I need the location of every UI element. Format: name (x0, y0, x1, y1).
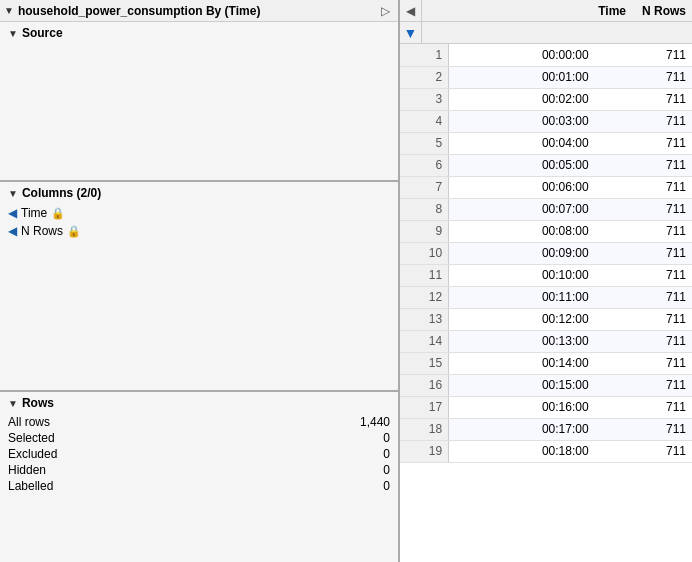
time-value: 00:09:00 (449, 242, 595, 264)
source-section: ▼ Source (0, 22, 398, 182)
nrows-sort-icon: ◀ (8, 224, 17, 238)
row-number: 14 (400, 330, 449, 352)
nrows-value: 711 (595, 132, 692, 154)
nrows-column-label: N Rows (21, 224, 63, 238)
row-number: 2 (400, 66, 449, 88)
nrows-value: 711 (595, 220, 692, 242)
nrows-value: 711 (595, 44, 692, 66)
rows-stat-name: All rows (8, 414, 246, 430)
nrows-col-header: N Rows (632, 4, 692, 18)
rows-stat-item: Excluded0 (8, 446, 390, 462)
nrows-value: 711 (595, 176, 692, 198)
row-number: 4 (400, 110, 449, 132)
time-value: 00:08:00 (449, 220, 595, 242)
time-value: 00:05:00 (449, 154, 595, 176)
time-value: 00:00:00 (449, 44, 595, 66)
column-nrows: ◀ N Rows 🔒 (8, 222, 390, 240)
nrows-value: 711 (595, 396, 692, 418)
nrows-value: 711 (595, 198, 692, 220)
left-arrow-btn[interactable]: ◀ (400, 0, 422, 21)
table-row: 800:07:00711 (400, 198, 692, 220)
row-number: 16 (400, 374, 449, 396)
row-number: 19 (400, 440, 449, 462)
time-value: 00:02:00 (449, 88, 595, 110)
column-time: ◀ Time 🔒 (8, 204, 390, 222)
time-value: 00:01:00 (449, 66, 595, 88)
expand-arrow[interactable]: ▷ (377, 4, 394, 18)
table-row: 900:08:00711 (400, 220, 692, 242)
columns-header: ▼ Columns (2/0) (8, 186, 390, 200)
left-panel: ▼ household_power_consumption By (Time) … (0, 0, 400, 562)
table-row: 1700:16:00711 (400, 396, 692, 418)
dataset-header: ▼ household_power_consumption By (Time) … (0, 0, 398, 22)
time-value: 00:06:00 (449, 176, 595, 198)
dataset-title: household_power_consumption By (Time) (18, 4, 377, 18)
rows-stat-value: 0 (246, 446, 390, 462)
nrows-value: 711 (595, 66, 692, 88)
nrows-lock-icon: 🔒 (67, 225, 81, 238)
time-col-header: Time (542, 4, 632, 18)
row-number: 15 (400, 352, 449, 374)
time-value: 00:12:00 (449, 308, 595, 330)
data-table-wrapper: 100:00:00711200:01:00711300:02:00711400:… (400, 44, 692, 562)
data-table: 100:00:00711200:01:00711300:02:00711400:… (400, 44, 692, 463)
nrows-value: 711 (595, 110, 692, 132)
rows-header: ▼ Rows (8, 396, 390, 410)
table-row: 1000:09:00711 (400, 242, 692, 264)
time-value: 00:11:00 (449, 286, 595, 308)
columns-triangle[interactable]: ▼ (8, 188, 18, 199)
row-number: 9 (400, 220, 449, 242)
time-value: 00:07:00 (449, 198, 595, 220)
rows-stat-name: Selected (8, 430, 246, 446)
row-number: 5 (400, 132, 449, 154)
filter-dropdown[interactable]: ▼ (400, 22, 422, 44)
row-number: 3 (400, 88, 449, 110)
nrows-value: 711 (595, 242, 692, 264)
row-number: 17 (400, 396, 449, 418)
table-row: 1600:15:00711 (400, 374, 692, 396)
rows-label: Rows (22, 396, 54, 410)
source-header: ▼ Source (8, 26, 390, 40)
table-row: 1400:13:00711 (400, 330, 692, 352)
columns-section: ▼ Columns (2/0) ◀ Time 🔒 ◀ N Rows 🔒 (0, 182, 398, 392)
table-row: 400:03:00711 (400, 110, 692, 132)
rows-stat-name: Hidden (8, 462, 246, 478)
nrows-value: 711 (595, 418, 692, 440)
rows-section: ▼ Rows All rows1,440Selected0Excluded0Hi… (0, 392, 398, 562)
collapse-triangle[interactable]: ▼ (4, 5, 14, 16)
right-header: ◀ Time N Rows (400, 0, 692, 22)
row-number: 12 (400, 286, 449, 308)
nrows-value: 711 (595, 88, 692, 110)
time-column-label: Time (21, 206, 47, 220)
rows-triangle[interactable]: ▼ (8, 398, 18, 409)
source-label: Source (22, 26, 63, 40)
nrows-value: 711 (595, 330, 692, 352)
rows-stat-item: Selected0 (8, 430, 390, 446)
table-row: 1100:10:00711 (400, 264, 692, 286)
row-number: 6 (400, 154, 449, 176)
rows-stat-item: Hidden0 (8, 462, 390, 478)
row-number: 8 (400, 198, 449, 220)
nrows-value: 711 (595, 154, 692, 176)
rows-stat-value: 1,440 (246, 414, 390, 430)
time-value: 00:18:00 (449, 440, 595, 462)
table-row: 1800:17:00711 (400, 418, 692, 440)
time-value: 00:13:00 (449, 330, 595, 352)
source-triangle[interactable]: ▼ (8, 28, 18, 39)
table-row: 600:05:00711 (400, 154, 692, 176)
table-row: 700:06:00711 (400, 176, 692, 198)
nrows-value: 711 (595, 286, 692, 308)
rows-stat-item: All rows1,440 (8, 414, 390, 430)
row-number: 13 (400, 308, 449, 330)
time-value: 00:16:00 (449, 396, 595, 418)
nrows-value: 711 (595, 352, 692, 374)
row-number: 1 (400, 44, 449, 66)
time-value: 00:17:00 (449, 418, 595, 440)
nrows-value: 711 (595, 440, 692, 462)
time-value: 00:04:00 (449, 132, 595, 154)
row-number: 7 (400, 176, 449, 198)
time-lock-icon: 🔒 (51, 207, 65, 220)
rows-stat-item: Labelled0 (8, 478, 390, 494)
rows-stat-value: 0 (246, 430, 390, 446)
rows-stat-name: Excluded (8, 446, 246, 462)
